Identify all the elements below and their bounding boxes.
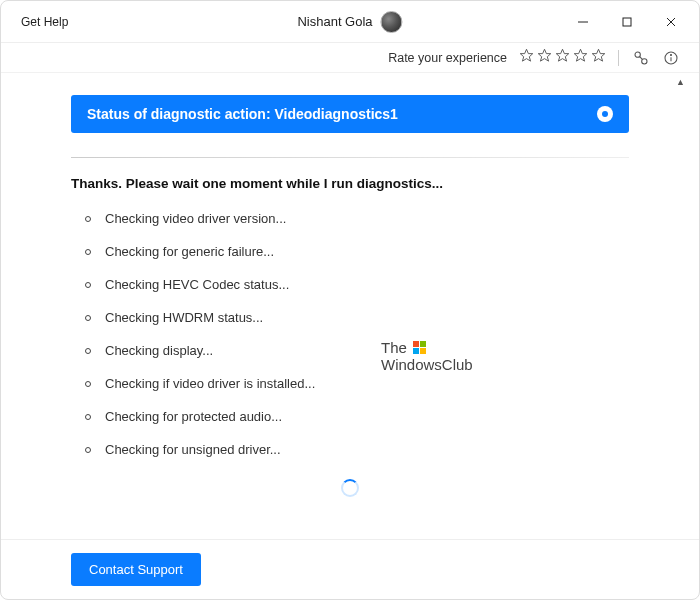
- star-icon[interactable]: [519, 48, 534, 67]
- status-banner[interactable]: Status of diagnostic action: Videodiagno…: [71, 95, 629, 133]
- diagnostic-checks-list: Checking video driver version... Checkin…: [71, 211, 629, 457]
- avatar[interactable]: [381, 11, 403, 33]
- svg-point-10: [642, 58, 647, 63]
- bullet-icon: [85, 381, 91, 387]
- rate-bar: Rate your experience: [1, 43, 699, 73]
- star-icon[interactable]: [591, 48, 606, 67]
- svg-point-14: [670, 54, 671, 55]
- main-content[interactable]: Status of diagnostic action: Videodiagno…: [1, 73, 699, 539]
- bullet-icon: [85, 282, 91, 288]
- check-label: Checking HEVC Codec status...: [105, 277, 289, 292]
- list-item: Checking HEVC Codec status...: [85, 277, 629, 292]
- svg-marker-8: [592, 49, 605, 61]
- list-item: Checking display...: [85, 343, 629, 358]
- user-name-label: Nishant Gola: [297, 14, 372, 29]
- list-item: Checking HWDRM status...: [85, 310, 629, 325]
- divider: [618, 50, 619, 66]
- title-bar: Get Help Nishant Gola: [1, 1, 699, 43]
- contact-support-button[interactable]: Contact Support: [71, 553, 201, 586]
- status-banner-text: Status of diagnostic action: Videodiagno…: [87, 106, 398, 122]
- info-icon[interactable]: [661, 48, 681, 68]
- check-label: Checking for generic failure...: [105, 244, 274, 259]
- link-icon[interactable]: [631, 48, 651, 68]
- footer: Contact Support: [1, 539, 699, 599]
- user-identity[interactable]: Nishant Gola: [297, 11, 402, 33]
- window-controls: [561, 1, 693, 43]
- minimize-button[interactable]: [561, 1, 605, 43]
- star-icon[interactable]: [573, 48, 588, 67]
- check-label: Checking for protected audio...: [105, 409, 282, 424]
- svg-point-9: [635, 52, 640, 57]
- list-item: Checking video driver version...: [85, 211, 629, 226]
- bullet-icon: [85, 447, 91, 453]
- check-circle-icon: [597, 106, 613, 122]
- bullet-icon: [85, 216, 91, 222]
- bullet-icon: [85, 414, 91, 420]
- close-button[interactable]: [649, 1, 693, 43]
- maximize-button[interactable]: [605, 1, 649, 43]
- svg-rect-1: [623, 18, 631, 26]
- list-item: Checking if video driver is installed...: [85, 376, 629, 391]
- list-item: Checking for protected audio...: [85, 409, 629, 424]
- bullet-icon: [85, 249, 91, 255]
- list-item: Checking for unsigned driver...: [85, 442, 629, 457]
- rating-stars[interactable]: [519, 48, 606, 67]
- wait-message: Thanks. Please wait one moment while I r…: [71, 176, 629, 191]
- check-label: Checking for unsigned driver...: [105, 442, 281, 457]
- bullet-icon: [85, 348, 91, 354]
- rate-label: Rate your experience: [388, 51, 507, 65]
- list-item: Checking for generic failure...: [85, 244, 629, 259]
- svg-line-11: [640, 56, 643, 59]
- check-label: Checking HWDRM status...: [105, 310, 263, 325]
- loading-spinner-icon: [341, 479, 359, 497]
- star-icon[interactable]: [537, 48, 552, 67]
- divider: [71, 157, 629, 158]
- bullet-icon: [85, 315, 91, 321]
- check-label: Checking display...: [105, 343, 213, 358]
- svg-marker-5: [538, 49, 551, 61]
- check-label: Checking if video driver is installed...: [105, 376, 315, 391]
- svg-marker-4: [520, 49, 533, 61]
- check-label: Checking video driver version...: [105, 211, 286, 226]
- svg-marker-6: [556, 49, 569, 61]
- svg-marker-7: [574, 49, 587, 61]
- app-title: Get Help: [21, 15, 68, 29]
- star-icon[interactable]: [555, 48, 570, 67]
